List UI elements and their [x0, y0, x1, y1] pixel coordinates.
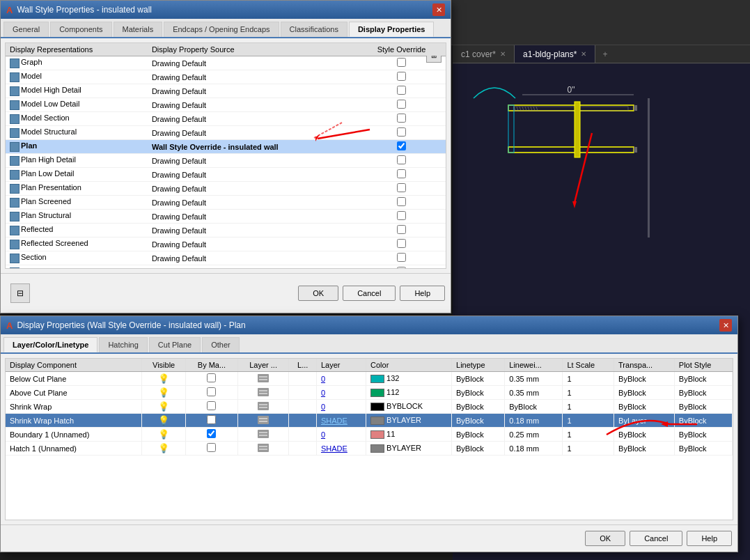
table-row[interactable]: Model Drawing Default [6, 70, 446, 84]
override-checkbox[interactable] [397, 141, 406, 150]
add-tab-btn[interactable]: + [595, 45, 614, 63]
dialog2-help-btn[interactable]: Help [687, 531, 732, 546]
override-checkbox[interactable] [397, 127, 406, 137]
close-tab-c1-icon[interactable]: ✕ [500, 50, 506, 58]
color-cell[interactable]: BYLAYER [366, 442, 452, 456]
override-checkbox[interactable] [397, 169, 406, 178]
override-checkbox[interactable] [397, 211, 406, 220]
row-override-cell[interactable] [357, 265, 446, 270]
bymat-cell[interactable] [186, 386, 238, 400]
cad-tab-a1-bldg-plans[interactable]: a1-bldg-plans* ✕ [515, 45, 595, 63]
override-checkbox[interactable] [397, 267, 406, 269]
table-row[interactable]: Reflected Drawing Default [6, 224, 446, 238]
dialog2-close-btn[interactable]: ✕ [719, 319, 732, 332]
row-override-cell[interactable] [357, 70, 446, 84]
color-cell[interactable]: 132 [366, 372, 452, 386]
dialog1-help-btn[interactable]: Help [400, 286, 445, 301]
row-override-cell[interactable] [357, 196, 446, 210]
dialog2-table-container[interactable]: Display Component Visible By Ma... Layer… [5, 358, 733, 520]
tab-components[interactable]: Components [50, 22, 111, 37]
bymat-checkbox[interactable] [207, 387, 216, 396]
bulb-icon[interactable]: 💡 [158, 443, 169, 453]
bymat-checkbox[interactable] [207, 443, 216, 452]
table-row[interactable]: Below Cut Plane 💡 0 132 ByBlock 0.35 mm … [6, 372, 733, 386]
row-override-cell[interactable] [357, 224, 446, 238]
table-row[interactable]: Shrink Wrap Hatch 💡 SHADE BYLAYER ByBloc… [6, 414, 733, 428]
row-override-cell[interactable] [357, 210, 446, 224]
override-checkbox[interactable] [397, 253, 406, 262]
table-row[interactable]: Hatch 1 (Unnamed) 💡 SHADE BYLAYER ByBloc… [6, 442, 733, 456]
override-checkbox[interactable] [397, 86, 406, 95]
bulb-icon[interactable]: 💡 [158, 429, 169, 440]
tab-display-properties[interactable]: Display Properties [349, 22, 435, 37]
row-override-cell[interactable] [357, 112, 446, 126]
bulb-icon[interactable]: 💡 [158, 415, 169, 426]
override-checkbox[interactable] [397, 183, 406, 192]
row-override-cell[interactable] [357, 98, 446, 112]
bulb-icon[interactable]: 💡 [158, 401, 169, 412]
color-cell[interactable]: 112 [366, 386, 452, 400]
display-options-icon[interactable]: ⊟ [10, 283, 30, 303]
row-override-cell[interactable] [357, 140, 446, 154]
bulb-icon[interactable]: 💡 [158, 387, 169, 398]
table-row[interactable]: Plan Low Detail Drawing Default [6, 168, 446, 182]
layer-val-cell[interactable]: 0 [316, 400, 366, 414]
override-checkbox[interactable] [397, 100, 406, 109]
row-override-cell[interactable] [357, 126, 446, 140]
override-checkbox[interactable] [397, 239, 406, 248]
layer-val-cell[interactable]: 0 [316, 386, 366, 400]
close-tab-a1-icon[interactable]: ✕ [581, 50, 586, 58]
table-row[interactable]: Above Cut Plane 💡 0 112 ByBlock 0.35 mm … [6, 386, 733, 400]
bymat-checkbox[interactable] [207, 429, 216, 438]
bymat-cell[interactable] [186, 414, 238, 428]
layer-val-cell[interactable]: SHADE [316, 414, 366, 428]
tab-general[interactable]: General [3, 22, 49, 37]
table-row[interactable]: Plan High Detail Drawing Default [6, 154, 446, 168]
table-row[interactable]: Model Structural Drawing Default [6, 126, 446, 140]
table-row[interactable]: Plan Presentation Drawing Default [6, 182, 446, 196]
tab-materials[interactable]: Materials [114, 22, 163, 37]
bymat-cell[interactable] [186, 428, 238, 442]
bymat-checkbox[interactable] [207, 373, 216, 382]
tab2-other[interactable]: Other [202, 337, 240, 352]
bulb-icon[interactable]: 💡 [158, 373, 169, 384]
color-cell[interactable]: BYBLOCK [366, 400, 452, 414]
prop-table-container[interactable]: ⊞ Display Representations Display Proper… [5, 42, 446, 269]
table-row[interactable]: Model High Detail Drawing Default [6, 84, 446, 98]
color-cell[interactable]: BYLAYER [366, 414, 452, 428]
tab-endcaps[interactable]: Endcaps / Opening Endcaps [164, 22, 279, 37]
row-override-cell[interactable] [357, 251, 446, 265]
bymat-cell[interactable] [186, 400, 238, 414]
layer-val-cell[interactable]: 0 [316, 428, 366, 442]
tab2-cut-plane[interactable]: Cut Plane [149, 337, 201, 352]
override-checkbox[interactable] [397, 58, 406, 67]
row-override-cell[interactable] [357, 84, 446, 98]
bymat-cell[interactable] [186, 442, 238, 456]
layer-val-cell[interactable]: 0 [316, 372, 366, 386]
row-override-cell[interactable] [357, 182, 446, 196]
table-row[interactable]: Model Low Detail Drawing Default [6, 98, 446, 112]
table-row[interactable]: Plan Wall Style Override - insulated wal… [6, 140, 446, 154]
dialog1-cancel-btn[interactable]: Cancel [343, 286, 396, 301]
bymat-checkbox[interactable] [207, 401, 216, 410]
layer-val-cell[interactable]: SHADE [316, 442, 366, 456]
override-checkbox[interactable] [397, 72, 406, 81]
bymat-cell[interactable] [186, 372, 238, 386]
override-checkbox[interactable] [397, 114, 406, 123]
override-checkbox[interactable] [397, 155, 406, 164]
dialog2-ok-btn[interactable]: OK [585, 531, 625, 546]
table-row[interactable]: Sketch Drawing Default [6, 265, 446, 270]
cad-tab-c1-cover[interactable]: c1 cover* ✕ [453, 45, 515, 63]
tab2-layer-color[interactable]: Layer/Color/Linetype [3, 337, 97, 352]
dialog1-ok-btn[interactable]: OK [298, 286, 338, 301]
table-row[interactable]: Plan Screened Drawing Default [6, 196, 446, 210]
table-row[interactable]: Graph Drawing Default [6, 56, 446, 70]
override-checkbox[interactable] [397, 225, 406, 234]
table-row[interactable]: Plan Structural Drawing Default [6, 210, 446, 224]
table-row[interactable]: Boundary 1 (Unnamed) 💡 0 11 ByBlock 0.25… [6, 428, 733, 442]
dialog2-cancel-btn[interactable]: Cancel [630, 531, 682, 546]
table-row[interactable]: Shrink Wrap 💡 0 BYBLOCK ByBlock ByBlock … [6, 400, 733, 414]
table-row[interactable]: Section Drawing Default [6, 251, 446, 265]
row-override-cell[interactable] [357, 238, 446, 251]
color-cell[interactable]: 11 [366, 428, 452, 442]
